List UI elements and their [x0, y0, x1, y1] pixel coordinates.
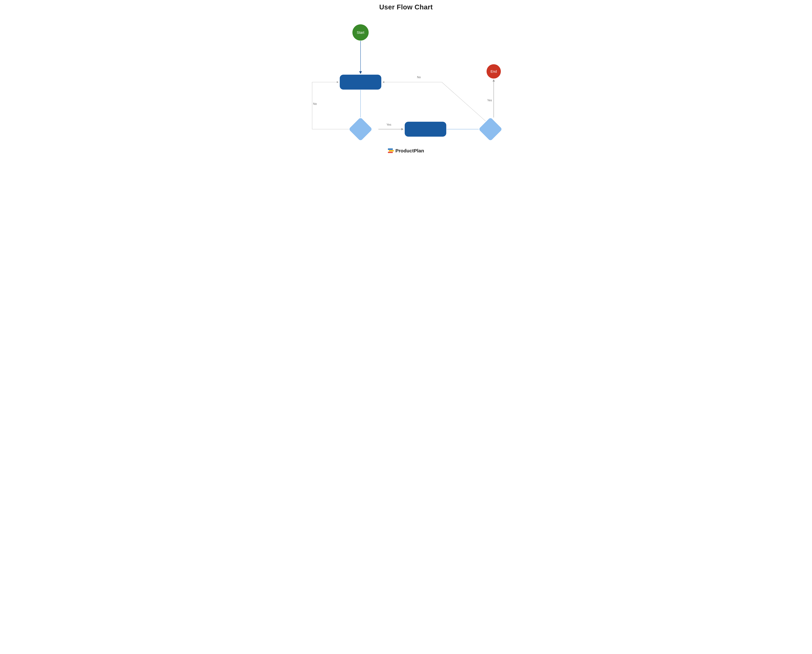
- edge-decision-b-to-process-a: [383, 82, 486, 121]
- flowchart-canvas: User Flow Chart: [302, 0, 510, 156]
- edge-label-decision-a-no: No: [313, 102, 317, 105]
- start-node: [352, 24, 369, 41]
- edge-label-decision-a-yes: Yes: [386, 123, 391, 127]
- svg-rect-0: [348, 117, 372, 141]
- end-node: [487, 64, 501, 78]
- process-b-node: [405, 122, 446, 137]
- edge-label-decision-b-yes: Yes: [487, 99, 492, 102]
- productplan-logo-text: ProductPlan: [395, 148, 424, 154]
- productplan-logo: ProductPlan: [388, 148, 424, 154]
- edge-label-decision-b-no: No: [417, 76, 421, 79]
- process-a-node: [340, 75, 381, 90]
- diagram-svg: [302, 0, 510, 156]
- decision-b-node: [478, 117, 502, 141]
- productplan-logo-icon: [388, 148, 394, 153]
- svg-rect-1: [478, 117, 502, 141]
- decision-a-node: [348, 117, 372, 141]
